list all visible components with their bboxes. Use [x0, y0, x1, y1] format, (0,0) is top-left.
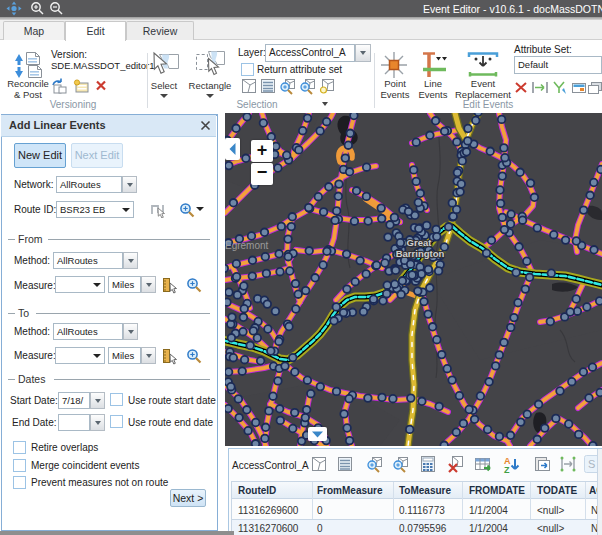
svg-text:Egremont: Egremont [225, 240, 269, 251]
svg-text:Barrington: Barrington [396, 248, 445, 259]
svg-text:S: S [588, 458, 595, 470]
svg-text:Z: Z [504, 465, 510, 475]
svg-text:Great: Great [407, 237, 433, 248]
